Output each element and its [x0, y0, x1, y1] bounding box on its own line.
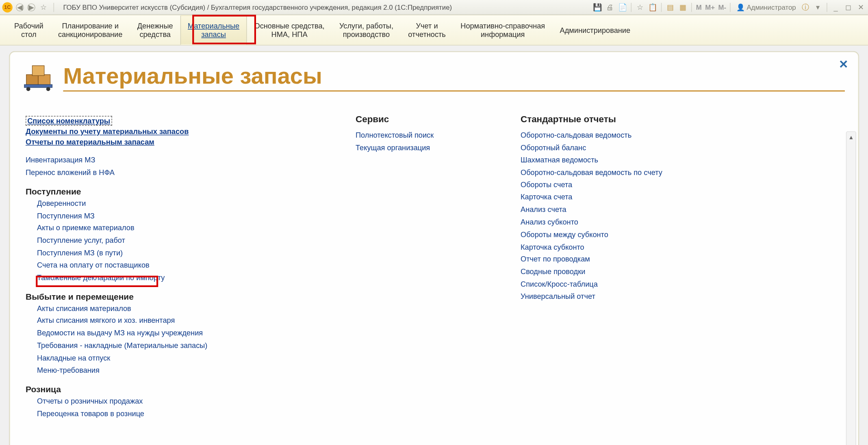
- link-report-3[interactable]: Оборотно-сальдовая ведомость по счету: [521, 167, 737, 178]
- user-icon: 👤: [736, 3, 745, 11]
- link-report-5[interactable]: Карточка счета: [521, 192, 737, 203]
- link-report-10[interactable]: Отчет по проводкам: [521, 254, 737, 265]
- nav-tab-0[interactable]: Рабочийстол: [7, 15, 51, 45]
- link-mz-reports[interactable]: Отчеты по материальным запасам: [26, 138, 310, 146]
- m-plus-button[interactable]: M+: [705, 3, 716, 11]
- link-vybytie-3[interactable]: Требования - накладные (Материальные зап…: [37, 341, 310, 351]
- link-report-13[interactable]: Универсальный отчет: [521, 292, 737, 302]
- scroll-up-icon[interactable]: ▲: [846, 132, 855, 142]
- link-postuplenie-1[interactable]: Поступления МЗ: [37, 211, 310, 221]
- close-window-icon[interactable]: ✕: [856, 2, 866, 12]
- link-report-2[interactable]: Шахматная ведомость: [521, 155, 737, 166]
- link-postuplenie-5[interactable]: Счета на оплату от поставщиков: [37, 260, 310, 271]
- link-vybytie-4[interactable]: Накладные на отпуск: [37, 353, 310, 363]
- link-inventory-mz[interactable]: Инвентаризация МЗ: [26, 155, 310, 166]
- link-report-11[interactable]: Сводные проводки: [521, 267, 737, 277]
- link-report-7[interactable]: Анализ субконто: [521, 217, 737, 228]
- group-postuplenie-title: Поступление: [26, 186, 310, 196]
- link-vybytie-1[interactable]: Акты списания мягкого и хоз. инвентаря: [37, 316, 310, 326]
- nav-tab-8[interactable]: Администрирование: [552, 15, 638, 45]
- svg-rect-1: [38, 75, 50, 86]
- nav-tab-3[interactable]: Материальныезапасы: [180, 15, 247, 45]
- dropdown-icon[interactable]: ▾: [813, 2, 823, 12]
- m-button[interactable]: M: [695, 3, 702, 11]
- reports-column: Стандартные отчеты Оборотно-сальдовая ве…: [521, 114, 737, 421]
- nav-tab-label: информация: [481, 31, 525, 39]
- nav-tab-label: Денежные: [137, 22, 173, 31]
- m-minus-button[interactable]: M-: [718, 3, 727, 11]
- header-rule: [63, 91, 845, 92]
- nav-tab-label: производство: [343, 31, 390, 39]
- link-report-8[interactable]: Обороты между субконто: [521, 229, 737, 240]
- link-postuplenie-0[interactable]: Доверенности: [37, 198, 310, 209]
- boxes-icon: [23, 60, 55, 91]
- svg-rect-0: [26, 75, 38, 86]
- nav-tab-1[interactable]: Планирование исанкционирование: [51, 15, 130, 45]
- link-roznica-0[interactable]: Отчеты о розничных продажах: [37, 396, 310, 406]
- window-title: ГОБУ ВПО Университет искусств (Субсидия)…: [63, 3, 452, 11]
- nav-forward-icon[interactable]: ▶: [27, 3, 35, 11]
- scrollbar[interactable]: ▲ ▼: [846, 131, 856, 445]
- save-icon[interactable]: 💾: [592, 2, 603, 12]
- maximize-icon[interactable]: ◻: [843, 2, 853, 12]
- left-column: Список номенклатуры Документы по учету м…: [26, 114, 310, 421]
- titlebar: 1C ◀ ▶ ☆ ГОБУ ВПО Университет искусств (…: [0, 0, 868, 15]
- calendar-icon[interactable]: ▦: [678, 2, 688, 12]
- nav-tab-5[interactable]: Услуги, работы,производство: [332, 15, 401, 45]
- link-postuplenie-4[interactable]: Поступления МЗ (в пути): [37, 248, 310, 258]
- print-icon[interactable]: 🖨: [605, 2, 615, 12]
- group-roznica-title: Розница: [26, 384, 310, 394]
- link-nomenclature-list[interactable]: Список номенклатуры: [26, 116, 112, 126]
- reports-heading: Стандартные отчеты: [521, 114, 737, 124]
- nav-tab-4[interactable]: Основные средства,НМА, НПА: [247, 15, 332, 45]
- calculator-icon[interactable]: ▤: [665, 2, 675, 12]
- link-vybytie-0[interactable]: Акты списания материалов: [37, 303, 310, 314]
- nav-tab-label: Учет и: [416, 22, 438, 31]
- nav-tab-label: средства: [139, 31, 171, 39]
- nav-tab-label: Материальные: [188, 22, 239, 31]
- nav-tab-7[interactable]: Нормативно-справочнаяинформация: [453, 15, 552, 45]
- link-report-4[interactable]: Обороты счета: [521, 180, 737, 190]
- info-icon[interactable]: ⓘ: [801, 2, 811, 12]
- svg-point-5: [46, 87, 50, 91]
- minimize-icon[interactable]: _: [831, 2, 841, 12]
- link-postuplenie-2[interactable]: Акты о приемке материалов: [37, 223, 310, 233]
- link-report-0[interactable]: Оборотно-сальдовая ведомость: [521, 130, 737, 141]
- app-logo-1c-icon[interactable]: 1C: [2, 2, 13, 12]
- nav-tab-label: стол: [21, 31, 37, 39]
- link-report-1[interactable]: Оборотный баланс: [521, 143, 737, 153]
- link-service-1[interactable]: Текущая организация: [356, 143, 475, 153]
- close-panel-icon[interactable]: ✕: [839, 57, 848, 71]
- link-vybytie-5[interactable]: Меню-требования: [37, 365, 310, 376]
- print-preview-icon[interactable]: 📄: [618, 2, 628, 12]
- link-transfer-nfa[interactable]: Перенос вложений в НФА: [26, 168, 310, 178]
- nav-tab-6[interactable]: Учет иотчетность: [401, 15, 453, 45]
- favorite-star-icon[interactable]: ☆: [39, 2, 49, 12]
- nav-tab-2[interactable]: Денежныесредства: [130, 15, 180, 45]
- service-column: Сервис Полнотекстовый поискТекущая орган…: [356, 114, 475, 421]
- link-roznica-1[interactable]: Переоценка товаров в рознице: [37, 408, 310, 419]
- link-report-6[interactable]: Анализ счета: [521, 205, 737, 215]
- svg-rect-2: [32, 66, 44, 76]
- link-service-0[interactable]: Полнотекстовый поиск: [356, 130, 475, 141]
- group-vybytie-title: Выбытие и перемещение: [26, 292, 310, 301]
- link-report-9[interactable]: Карточка субконто: [521, 242, 737, 253]
- nav-tab-label: Услуги, работы,: [339, 22, 393, 31]
- link-postuplenie-3[interactable]: Поступление услуг, работ: [37, 235, 310, 246]
- link-mz-documents[interactable]: Документы по учету материальных запасов: [26, 127, 310, 136]
- link-report-12[interactable]: Список/Кросс-таблица: [521, 279, 737, 290]
- main-navbar: РабочийстолПланирование исанкционировани…: [0, 15, 868, 45]
- link-vybytie-2[interactable]: Ведомости на выдачу МЗ на нужды учрежден…: [37, 328, 310, 339]
- clipboard-icon[interactable]: 📋: [648, 2, 658, 12]
- favorites-list-icon[interactable]: ☆: [635, 2, 645, 12]
- nav-tab-label: Планирование и: [62, 22, 118, 31]
- nav-back-icon[interactable]: ◀: [16, 3, 24, 11]
- current-user[interactable]: 👤 Администратор: [734, 3, 799, 11]
- nav-tab-label: Нормативно-справочная: [460, 22, 545, 31]
- nav-tab-label: санкционирование: [58, 31, 122, 39]
- service-heading: Сервис: [356, 114, 475, 124]
- nav-tab-label: Основные средства,: [254, 22, 325, 31]
- nav-tab-label: Рабочий: [14, 22, 43, 31]
- subsystem-panel: ✕ Материальные запасы Список номенклатур…: [9, 51, 859, 445]
- link-postuplenie-6[interactable]: Таможенные декларации по импорту: [37, 273, 310, 283]
